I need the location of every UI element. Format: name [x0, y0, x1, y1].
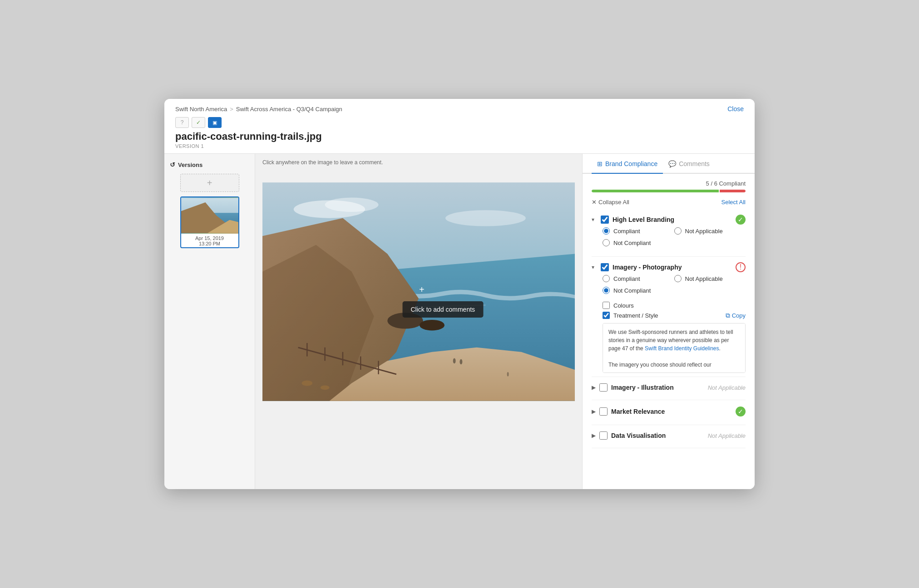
copy-button[interactable]: ⧉ Copy [726, 312, 746, 319]
image-container[interactable]: + Click to add comments [262, 169, 575, 414]
breadcrumb-root[interactable]: Swift North America [175, 106, 227, 113]
guideline-box: We use Swift-sponsored runners and athle… [603, 323, 746, 373]
radio-row-na-ip: Not Applicable [674, 275, 746, 282]
breadcrumb: Swift North America > Swift Across Ameri… [175, 106, 342, 113]
section-title-illustration: Imagery - Illustration [611, 384, 704, 391]
radio-na-hlb[interactable] [674, 227, 682, 235]
section-body-ip: Compliant Not Applicable Not Compliant [592, 275, 746, 373]
approved-icon-badge[interactable]: ✓ [192, 117, 205, 128]
checkbox-illustration[interactable] [599, 383, 608, 392]
section-data-visualisation: ▶ Data Visualisation Not Applicable [592, 427, 746, 448]
label-na-ip: Not Applicable [685, 275, 723, 282]
section-header-market[interactable]: ▶ Market Relevance ✓ [592, 402, 746, 421]
label-na-hlb: Not Applicable [685, 228, 723, 235]
checkbox-ip[interactable] [601, 263, 609, 271]
na-illustration: Not Applicable [708, 384, 746, 391]
image-hint: Click anywhere on the image to leave a c… [262, 159, 575, 166]
file-icons-row: ? ✓ ▣ [175, 117, 744, 128]
label-colours: Colours [613, 302, 634, 309]
compliance-score: 5 / 6 Compliant [592, 180, 746, 187]
svg-point-6 [325, 198, 379, 212]
tab-compliance-label: Brand Compliance [605, 160, 657, 167]
checkbox-colours[interactable] [603, 302, 610, 309]
version-label: VERSION 1 [175, 143, 744, 153]
question-icon-badge[interactable]: ? [175, 117, 189, 128]
collapse-row: ✕ Collapse All Select All [592, 199, 746, 206]
radio-row-compliant-ip: Compliant [603, 275, 674, 282]
section-title-market: Market Relevance [611, 408, 732, 415]
radio-group-hlb: Compliant Not Applicable Not Compliant [603, 227, 746, 249]
section-title-hlb: High Level Branding [613, 216, 732, 223]
chevron-right-illustration: ▶ [592, 384, 596, 391]
main-window: Swift North America > Swift Across Ameri… [164, 99, 755, 489]
checkbox-data-vis[interactable] [599, 431, 608, 440]
svg-point-7 [445, 210, 526, 226]
status-green-market: ✓ [736, 407, 746, 416]
checkbox-treatment[interactable] [603, 312, 610, 319]
tab-comments-label: Comments [679, 160, 710, 167]
warning-icon: ! [740, 263, 741, 271]
version-thumbnail[interactable]: Apr 15, 2019 13:20 PM [180, 196, 239, 248]
collapse-icon: ✕ [592, 199, 597, 206]
na-data-vis: Not Applicable [708, 432, 746, 439]
radio-row-noncompliant-ip: Not Compliant [603, 287, 674, 294]
chevron-right-data-vis: ▶ [592, 432, 596, 439]
progress-bar [592, 190, 746, 192]
svg-point-14 [387, 313, 423, 328]
radio-row-compliant-hlb: Compliant [603, 227, 674, 235]
svg-point-27 [321, 385, 330, 390]
chevron-right-market: ▶ [592, 408, 596, 415]
checkbox-market[interactable] [599, 407, 608, 416]
section-body-hlb: Compliant Not Applicable Not Compliant [592, 227, 746, 249]
compliance-icon: ⊞ [597, 160, 603, 167]
copy-icon: ⧉ [726, 312, 730, 319]
section-header-illustration[interactable]: ▶ Imagery - Illustration Not Applicable [592, 379, 746, 396]
tab-brand-compliance[interactable]: ⊞ Brand Compliance [592, 154, 663, 174]
radio-compliant-hlb[interactable] [603, 227, 610, 235]
top-bar: Swift North America > Swift Across Ameri… [164, 99, 755, 154]
section-header-hlb[interactable]: ▾ High Level Branding ✓ [592, 211, 746, 227]
radio-na-ip[interactable] [674, 275, 682, 282]
label-noncompliant-ip: Not Compliant [613, 287, 651, 294]
chevron-down-ip: ▾ [592, 264, 597, 270]
image-area: Click anywhere on the image to leave a c… [255, 154, 582, 489]
image-icon: ▣ [212, 120, 217, 126]
section-market-relevance: ▶ Market Relevance ✓ [592, 402, 746, 425]
svg-point-25 [507, 372, 509, 377]
section-imagery-photography: ▾ Imagery - Photography ! Compliant [592, 259, 746, 377]
section-title-ip: Imagery - Photography [613, 264, 732, 271]
image-icon-badge[interactable]: ▣ [208, 117, 222, 128]
radio-noncompliant-ip[interactable] [603, 287, 610, 294]
versions-header: ↺ Versions [170, 161, 249, 168]
svg-point-26 [301, 381, 312, 386]
guideline-text-2: . [719, 345, 721, 352]
checkbox-hlb[interactable] [601, 216, 609, 224]
checkbox-row-colours: Colours [603, 300, 746, 310]
collapse-all-button[interactable]: ✕ Collapse All [592, 199, 629, 206]
close-button[interactable]: Close [727, 105, 744, 113]
copy-label: Copy [732, 312, 746, 319]
guideline-text-3: The imagery you choose should reflect ou… [608, 362, 711, 368]
score-text: 5 / 6 Compliant [706, 180, 746, 187]
tab-comments[interactable]: 💬 Comments [663, 154, 715, 174]
file-title: pacific-coast-running-trails.jpg [175, 131, 744, 142]
radio-group-ip: Compliant Not Applicable Not Compliant [603, 275, 746, 297]
approved-icon: ✓ [196, 119, 201, 126]
status-red-ip: ! [736, 262, 746, 272]
breadcrumb-separator: > [230, 106, 233, 113]
version-date: Apr 15, 2019 13:20 PM [181, 234, 238, 247]
status-green-hlb: ✓ [736, 215, 746, 225]
label-compliant-hlb: Compliant [613, 228, 640, 235]
radio-compliant-ip[interactable] [603, 275, 610, 282]
breadcrumb-child: Swift Across America - Q3/Q4 Campaign [236, 106, 342, 113]
section-header-data-vis[interactable]: ▶ Data Visualisation Not Applicable [592, 427, 746, 444]
svg-point-23 [453, 358, 456, 363]
radio-noncompliant-hlb[interactable] [603, 239, 610, 246]
section-header-ip[interactable]: ▾ Imagery - Photography ! [592, 259, 746, 275]
add-version-button[interactable]: + [180, 174, 239, 192]
select-all-button[interactable]: Select All [721, 199, 746, 206]
guideline-link[interactable]: Swift Brand Identity Guidelines [645, 345, 719, 352]
chevron-down-hlb: ▾ [592, 216, 597, 223]
versions-label: Versions [178, 162, 203, 168]
label-compliant-ip: Compliant [613, 275, 640, 282]
